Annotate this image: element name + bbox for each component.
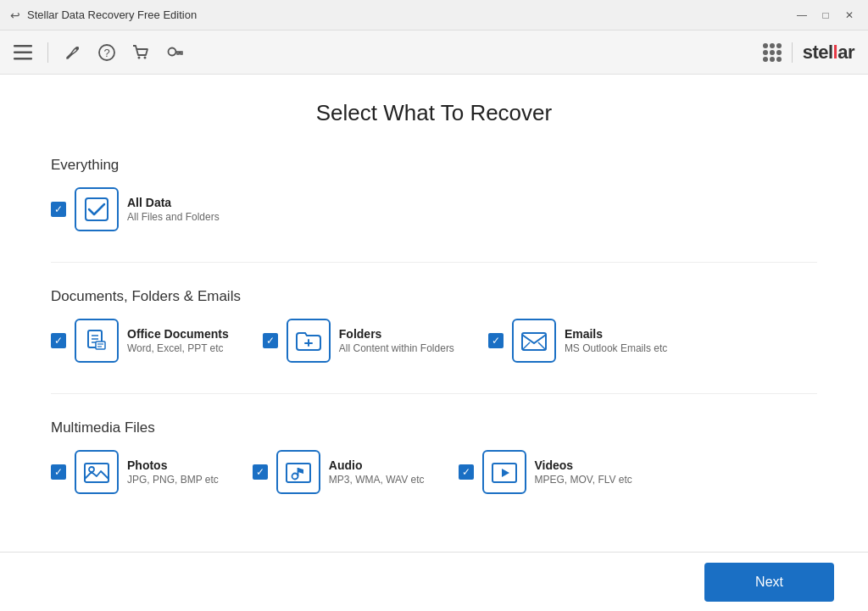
audio-title: Audio — [329, 458, 425, 472]
photos-subtitle: JPG, PNG, BMP etc — [127, 474, 219, 486]
documents-items-row: ✓ Office Documents Word, Excel, PPT etc — [51, 319, 817, 363]
toolbar-divider-1 — [47, 42, 48, 63]
svg-point-8 — [169, 47, 176, 55]
videos-item: ✓ Videos MPEG, MOV, FLV etc — [459, 450, 632, 494]
folders-title: Folders — [339, 327, 454, 341]
back-icon: ↩ — [10, 8, 20, 22]
menu-icon[interactable] — [14, 45, 32, 60]
section-label-everything: Everything — [51, 157, 817, 174]
photos-item: ✓ Photos JPG, PNG, BMP etc — [51, 450, 219, 494]
videos-checkbox[interactable]: ✓ — [459, 464, 474, 480]
emails-item: ✓ Emails MS Outlook Emails etc — [488, 319, 667, 363]
folders-subtitle: All Content within Folders — [339, 342, 454, 354]
toolbar-left: ? — [14, 42, 184, 63]
toolbar-right: stellar — [763, 42, 854, 64]
folders-icon-box — [287, 319, 331, 363]
videos-subtitle: MPEG, MOV, FLV etc — [535, 474, 632, 486]
all-data-item: ✓ All Data All Files and Folders — [51, 187, 220, 231]
svg-marker-28 — [502, 469, 509, 477]
photos-title: Photos — [127, 458, 219, 472]
all-data-info: All Data All Files and Folders — [127, 196, 220, 223]
svg-rect-14 — [96, 342, 105, 349]
office-documents-info: Office Documents Word, Excel, PPT etc — [127, 327, 229, 354]
title-bar-controls: — □ ✕ — [793, 7, 858, 24]
help-icon[interactable]: ? — [97, 43, 116, 62]
title-bar: ↩ Stellar Data Recovery Free Edition — □… — [0, 0, 868, 31]
videos-title: Videos — [535, 458, 632, 472]
photos-icon-box — [75, 450, 119, 494]
footer: Next — [0, 552, 868, 611]
all-data-subtitle: All Files and Folders — [127, 211, 220, 223]
all-data-checkbox[interactable]: ✓ — [51, 202, 66, 217]
svg-point-23 — [89, 467, 94, 472]
svg-text:?: ? — [103, 47, 109, 59]
svg-line-20 — [522, 342, 530, 350]
emails-title: Emails — [565, 327, 667, 341]
svg-rect-19 — [522, 333, 546, 350]
window-title: Stellar Data Recovery Free Edition — [27, 8, 197, 21]
svg-point-7 — [144, 56, 147, 58]
videos-info: Videos MPEG, MOV, FLV etc — [535, 458, 632, 486]
toolbar: ? stellar — [0, 31, 868, 75]
close-button[interactable]: ✕ — [841, 7, 858, 24]
folders-info: Folders All Content within Folders — [339, 327, 454, 354]
photos-info: Photos JPG, PNG, BMP etc — [127, 458, 219, 486]
folders-checkbox[interactable]: ✓ — [263, 333, 278, 348]
audio-icon-box — [276, 450, 320, 494]
svg-rect-0 — [14, 45, 32, 47]
divider-2 — [51, 393, 817, 394]
title-bar-left: ↩ Stellar Data Recovery Free Edition — [10, 8, 197, 22]
apps-grid-icon[interactable] — [763, 43, 782, 62]
emails-info: Emails MS Outlook Emails etc — [565, 327, 667, 354]
office-documents-checkbox[interactable]: ✓ — [51, 333, 66, 348]
svg-point-3 — [75, 47, 79, 50]
emails-checkbox[interactable]: ✓ — [488, 333, 504, 348]
cart-icon[interactable] — [131, 43, 150, 62]
audio-info: Audio MP3, WMA, WAV etc — [329, 458, 425, 486]
everything-items-row: ✓ All Data All Files and Folders — [51, 187, 817, 231]
all-data-icon-box — [75, 187, 119, 231]
svg-rect-1 — [14, 51, 32, 53]
office-documents-subtitle: Word, Excel, PPT etc — [127, 342, 229, 354]
main-content: Select What To Recover Everything ✓ All … — [0, 75, 868, 552]
videos-icon-box — [482, 450, 526, 494]
toolbar-divider-2 — [792, 42, 793, 63]
key-icon[interactable] — [165, 43, 184, 62]
svg-point-25 — [292, 474, 298, 480]
office-documents-title: Office Documents — [127, 327, 229, 341]
stellar-logo: stellar — [803, 42, 854, 64]
emails-icon-box — [512, 319, 556, 363]
multimedia-items-row: ✓ Photos JPG, PNG, BMP etc ✓ — [51, 450, 817, 494]
emails-subtitle: MS Outlook Emails etc — [565, 342, 667, 354]
svg-line-21 — [538, 342, 546, 350]
pen-tool-icon[interactable] — [64, 43, 82, 62]
folders-item: ✓ Folders All Content within Folders — [263, 319, 454, 363]
photos-checkbox[interactable]: ✓ — [51, 464, 66, 480]
maximize-button[interactable]: □ — [817, 7, 834, 24]
audio-subtitle: MP3, WMA, WAV etc — [329, 474, 425, 486]
office-documents-icon-box — [75, 319, 119, 363]
audio-item: ✓ Audio MP3, WMA, WAV etc — [253, 450, 425, 494]
office-documents-item: ✓ Office Documents Word, Excel, PPT etc — [51, 319, 229, 363]
minimize-button[interactable]: — — [793, 7, 810, 24]
svg-rect-2 — [14, 58, 32, 60]
section-label-multimedia: Multimedia Files — [51, 419, 817, 436]
page-title: Select What To Recover — [51, 100, 817, 126]
svg-rect-22 — [85, 464, 108, 482]
section-label-documents: Documents, Folders & Emails — [51, 288, 817, 305]
audio-checkbox[interactable]: ✓ — [253, 464, 268, 480]
all-data-title: All Data — [127, 196, 220, 209]
svg-point-6 — [138, 56, 141, 58]
next-button[interactable]: Next — [704, 563, 834, 602]
divider-1 — [51, 262, 817, 263]
